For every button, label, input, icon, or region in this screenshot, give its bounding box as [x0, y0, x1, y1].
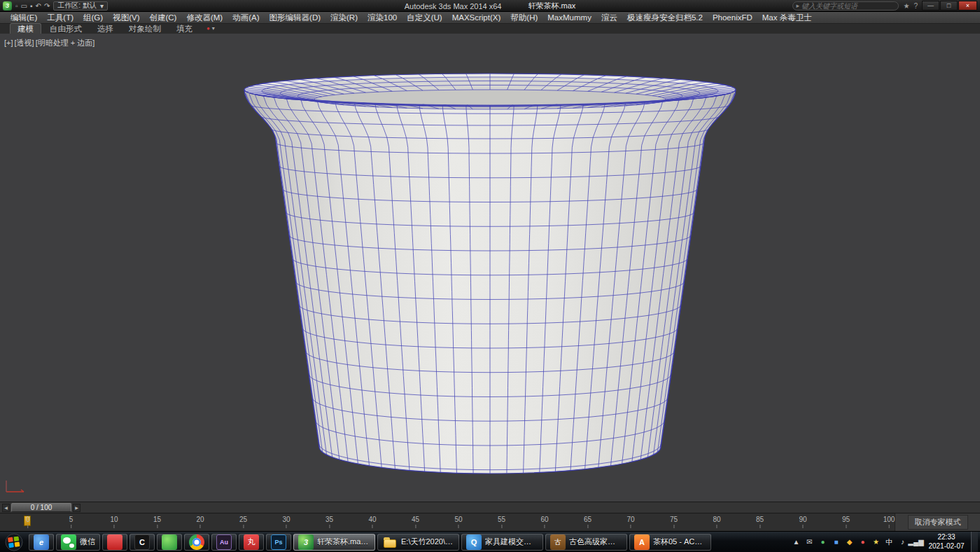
ribbon-tab-0[interactable]: 建模 [10, 23, 41, 34]
taskbar-task-acdsee[interactable]: A茶杯05 - ACDSe... [629, 534, 711, 551]
taskbar-task-furniture[interactable]: 古古色高级家具建... [545, 534, 627, 551]
redo-icon[interactable]: ↷ [44, 1, 50, 11]
menu-item-2[interactable]: 组(G) [78, 12, 108, 24]
menu-item-11[interactable]: MAXScript(X) [447, 12, 506, 24]
taskbar-task-explorer[interactable]: E:\天竹2020\家... [377, 534, 459, 551]
ribbon-tab-1[interactable]: 自由形式 [43, 24, 89, 34]
track-bar[interactable]: 取消专家模式 051015202530354045505560657075808… [0, 513, 980, 531]
ribbon-options-icon[interactable]: ● [206, 24, 210, 34]
timeline-tick-70[interactable]: 70 [626, 516, 634, 528]
menu-item-7[interactable]: 图形编辑器(D) [265, 12, 326, 24]
timeline-tick-85[interactable]: 85 [756, 516, 764, 528]
menu-item-10[interactable]: 自定义(U) [402, 12, 447, 24]
maximize-button[interactable]: □ [940, 1, 958, 11]
ribbon-tab-3[interactable]: 对象绘制 [122, 24, 168, 34]
timeline-tick-10[interactable]: 10 [110, 516, 118, 528]
timeline-tick-30[interactable]: 30 [282, 516, 290, 528]
tray-input-method-icon[interactable]: 中 [883, 536, 895, 548]
tray-blue-icon[interactable]: ■ [830, 536, 842, 548]
menu-item-9[interactable]: 渲染100 [363, 12, 402, 24]
infocenter-search[interactable]: ▸ [792, 1, 899, 11]
3dsmax-logo-icon[interactable]: 3 [3, 1, 12, 11]
ribbon-caret-icon[interactable]: ▾ [212, 24, 215, 34]
taskbar-item-wan-app[interactable]: 丸 [239, 534, 264, 551]
timeline-tick-35[interactable]: 35 [326, 516, 333, 528]
tray-volume-icon[interactable]: ♪ [897, 536, 909, 548]
tray-orange-icon[interactable]: ◆ [844, 536, 855, 548]
menu-item-13[interactable]: MaxMummy [542, 12, 596, 24]
help-icon[interactable]: ? [913, 2, 918, 10]
menu-item-5[interactable]: 修改器(M) [181, 12, 227, 24]
menu-item-16[interactable]: PhoenixFD [708, 12, 757, 24]
previous-frame-button[interactable]: ◀ [2, 504, 10, 512]
timeline-tick-90[interactable]: 90 [799, 516, 806, 528]
timeline-tick-55[interactable]: 55 [498, 516, 505, 528]
taskbar-task-3dsmax[interactable]: 3轩荣茶杯.max - ... [293, 534, 375, 551]
timeline-tick-100[interactable]: 100 [883, 516, 895, 528]
next-frame-button[interactable]: ▶ [73, 504, 80, 512]
new-scene-icon[interactable]: ▫ [15, 1, 18, 11]
time-slider-track[interactable]: ◀ 0 / 100 ▶ [0, 502, 980, 513]
tray-expand-icon[interactable]: ▲ [790, 536, 802, 548]
menu-item-17[interactable]: Max 杀毒卫士 [757, 12, 817, 24]
taskbar-item-red-app[interactable] [102, 534, 127, 551]
ribbon-tab-4[interactable]: 填充 [169, 24, 200, 34]
tray-star-icon[interactable]: ★ [870, 536, 882, 548]
taskbar-item-wechat[interactable]: 微信 [56, 534, 100, 551]
minimize-button[interactable]: — [922, 1, 939, 11]
tray-green-icon[interactable]: ● [817, 536, 829, 548]
workspace-selector[interactable]: 工作区: 默认 ▾ [53, 1, 108, 11]
timeline-tick-5[interactable]: 5 [69, 516, 74, 528]
close-button[interactable]: × [958, 1, 977, 11]
menu-item-0[interactable]: 编辑(E) [6, 12, 42, 24]
timeline-tick-0[interactable]: 0 [26, 516, 30, 528]
search-go-icon[interactable]: ▸ [796, 2, 799, 9]
taskbar-item-browser[interactable]: e [29, 534, 54, 551]
menu-item-6[interactable]: 动画(A) [227, 12, 264, 24]
show-desktop-button[interactable] [971, 532, 978, 552]
timeline-tick-20[interactable]: 20 [196, 516, 204, 528]
viewport-shading-menu[interactable]: [明暗处理 + 边面] [36, 39, 95, 47]
start-button[interactable] [1, 532, 27, 552]
taskbar-task-qq-group[interactable]: Q家具建模交流群 [461, 534, 543, 551]
viewport-pov-menu[interactable]: [透视] [15, 39, 34, 47]
timeline-tick-40[interactable]: 40 [368, 516, 376, 528]
cup-model[interactable] [0, 34, 980, 502]
tray-red-icon[interactable]: ● [857, 536, 869, 548]
timeline-tick-50[interactable]: 50 [454, 516, 462, 528]
ribbon-tab-2[interactable]: 选择 [90, 24, 120, 34]
timeline-tick-45[interactable]: 45 [412, 516, 419, 528]
menu-item-8[interactable]: 渲染(R) [326, 12, 363, 24]
taskbar-item-audition[interactable]: Au [211, 534, 237, 551]
taskbar-item-chrome[interactable] [184, 534, 209, 551]
timeline-tick-60[interactable]: 60 [540, 516, 548, 528]
timeline-tick-75[interactable]: 75 [670, 516, 678, 528]
timeline-tick-65[interactable]: 65 [584, 516, 592, 528]
taskbar-clock[interactable]: 22:33 2021-02-07 [923, 533, 969, 551]
taskbar-item-photoshop[interactable]: Ps [266, 534, 291, 551]
timeline-tick-95[interactable]: 95 [842, 516, 850, 528]
menu-item-1[interactable]: 工具(T) [42, 12, 78, 24]
taskbar-item-c-app-icon: C [134, 534, 150, 550]
timeline-tick-25[interactable]: 25 [239, 516, 247, 528]
menu-item-14[interactable]: 渲云 [596, 12, 622, 24]
undo-icon[interactable]: ↶ [36, 1, 41, 11]
menu-item-15[interactable]: 极速瘦身安全归档5.2 [622, 12, 708, 24]
tray-mail-icon[interactable]: ✉ [804, 536, 816, 548]
timeline-tick-15[interactable]: 15 [153, 516, 161, 528]
taskbar-item-green-app[interactable] [157, 534, 182, 551]
menu-item-4[interactable]: 创建(C) [144, 12, 181, 24]
taskbar-item-c-app[interactable]: C [130, 534, 155, 551]
cancel-expert-mode-button[interactable]: 取消专家模式 [908, 515, 968, 530]
timeline-tick-80[interactable]: 80 [713, 516, 720, 528]
viewport[interactable]: [+][透视][明暗处理 + 边面] [0, 34, 980, 502]
tray-network-icon[interactable]: ▂▄▆ [910, 536, 922, 548]
search-input[interactable] [802, 2, 895, 10]
menu-item-12[interactable]: 帮助(H) [505, 12, 542, 24]
viewport-general-menu[interactable]: [+] [4, 39, 13, 47]
time-slider-handle[interactable]: 0 / 100 [11, 503, 71, 512]
menu-item-3[interactable]: 视图(V) [108, 12, 144, 24]
open-file-icon[interactable]: ▭ [21, 1, 27, 11]
favorites-icon[interactable]: ★ [903, 2, 909, 10]
save-file-icon[interactable]: ▪ [30, 1, 33, 11]
